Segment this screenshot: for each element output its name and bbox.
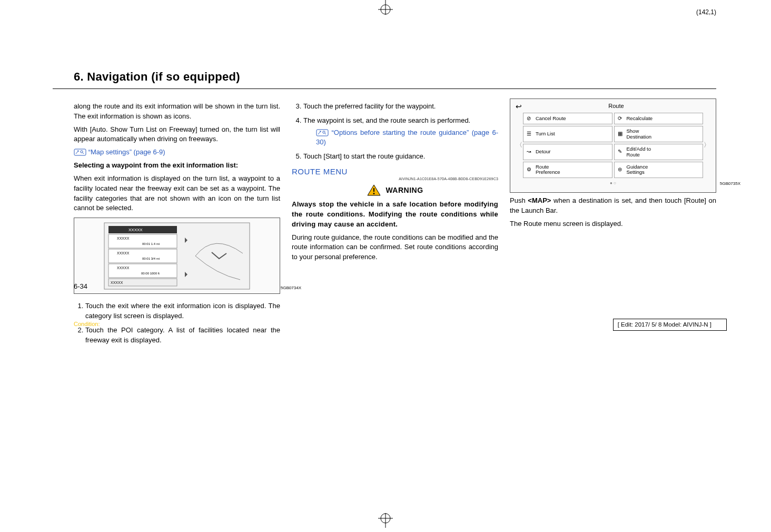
svg-text:XXXXX: XXXXX (117, 237, 130, 240)
menu-recalculate: ⟳Recalculate (614, 113, 704, 124)
svg-point-13 (81, 151, 83, 153)
destination-icon: ▦ (618, 131, 624, 136)
warning-body: Always stop the vehicle in a safe locati… (292, 200, 498, 230)
route-menu-heading: ROUTE MENU (292, 166, 498, 178)
svg-text:00:00   1000 ft: 00:00 1000 ft (141, 272, 160, 275)
col1-steps: Touch the exit where the exit informatio… (74, 301, 280, 345)
svg-text:XXXXX: XXXXX (117, 251, 130, 255)
column-1: along the route and its exit information… (74, 98, 280, 350)
col2-step-3: Touch the preferred facility for the way… (303, 102, 498, 112)
guidance-icon: ⊜ (618, 167, 624, 172)
menu-detour: ↝Detour (523, 144, 612, 160)
col1-step-1: Touch the exit where the exit informatio… (85, 301, 280, 321)
turn-list-illustration: XXXXX XXXXX 00:01 1.4 mi XXXXX 00:01 3/4… (103, 222, 251, 290)
edit-info-box: [ Edit: 2017/ 5/ 8 Model: AIVINJ-N ] (613, 319, 727, 331)
col2-step-4: The waypoint is set, and the route searc… (303, 116, 498, 148)
col1-subheading: Selecting a waypoint from the exit infor… (74, 161, 280, 171)
back-icon: ↩ (516, 101, 522, 112)
svg-text:XXXXX: XXXXX (128, 228, 143, 232)
column-2: Touch the preferred facility for the way… (292, 98, 498, 350)
col2-step-4-text: The waypoint is set, and the route searc… (303, 116, 470, 124)
svg-line-14 (83, 153, 84, 154)
heading-rule (53, 88, 716, 89)
svg-rect-12 (74, 149, 86, 155)
col2-step-5: Touch [Start] to start the route guidanc… (303, 152, 498, 162)
detour-icon: ↝ (527, 149, 533, 154)
col3-para-1: Push <MAP> when a destination is set, an… (510, 196, 716, 216)
reference-icon (74, 149, 86, 156)
map-settings-link[interactable]: “Map settings” (page 6-9) (74, 147, 280, 157)
chevron-left-icon: 〈 (516, 113, 523, 178)
page-indicator: (142,1) (696, 8, 716, 17)
col1-para-1: along the route and its exit information… (74, 102, 280, 122)
svg-rect-16 (108, 226, 177, 233)
menu-edit-route: ✎Edit/Add to Route (614, 144, 704, 160)
figure-1-label: 5GB0734X (281, 285, 301, 291)
svg-text:XXXXX: XXXXX (111, 281, 123, 284)
col3-para-2: The Route menu screen is displayed. (510, 219, 716, 229)
edit-icon: ✎ (618, 149, 624, 154)
options-link-text: “Options before starting the route guida… (316, 129, 498, 146)
svg-text:XXXXX: XXXXX (117, 266, 130, 270)
gear-icon: ⚙ (527, 167, 533, 172)
map-button-ref: <MAP> (528, 196, 551, 204)
refresh-icon: ⟳ (618, 116, 624, 121)
warning-icon (367, 184, 381, 196)
menu-turn-list: ☰Turn List (523, 126, 612, 142)
turn-list-icon: ☰ (527, 131, 533, 136)
options-link[interactable]: “Options before starting the route guida… (316, 128, 498, 148)
col1-para-2: With [Auto. Show Turn List on Freeway] t… (74, 125, 280, 145)
col3-p1-a: Push (510, 196, 528, 204)
svg-rect-29 (317, 130, 328, 136)
section-heading: 6. Navigation (if so equipped) (74, 68, 716, 85)
route-menu-title: Route (522, 102, 710, 111)
figure-turn-list: XXXXX XXXXX 00:01 1.4 mi XXXXX 00:01 3/4… (74, 218, 280, 294)
col2-para-after: During route guidance, the route conditi… (292, 233, 498, 263)
menu-cancel-route: ⊘Cancel Route (523, 113, 612, 124)
warning-header: WARNING (292, 184, 498, 196)
col2-steps: Touch the preferred facility for the way… (292, 102, 498, 162)
figure-2-label: 5GB0735X (720, 181, 740, 187)
menu-route-preference: ⚙Route Preference (523, 162, 612, 178)
route-menu-grid: ⊘Cancel Route ⟳Recalculate ☰Turn List ▦S… (523, 113, 703, 178)
svg-line-31 (325, 133, 326, 134)
col1-step-2: Touch the POI category. A list of facili… (85, 326, 280, 346)
reference-icon (316, 129, 329, 136)
figure-route-menu: ↩ Route 〈 ⊘Cancel Route ⟳Recalculate ☰Tu… (510, 98, 716, 193)
menu-show-destination: ▦Show Destination (614, 126, 704, 142)
crop-mark-left (0, 255, 2, 277)
condition-label: Condition: (74, 320, 100, 329)
svg-point-33 (373, 193, 375, 194)
crop-mark-bottom (375, 507, 396, 528)
footer-page-number: 6-34 (74, 282, 87, 292)
cancel-icon: ⊘ (527, 116, 533, 121)
pager-dots: ● ○ (516, 180, 710, 186)
menu-guidance-settings: ⊜Guidance Settings (614, 162, 704, 178)
warning-title: WARNING (386, 185, 423, 195)
svg-text:00:01   1.4 mi: 00:01 1.4 mi (142, 242, 160, 245)
col1-para-3: When exit information is displayed on th… (74, 174, 280, 213)
column-3: ↩ Route 〈 ⊘Cancel Route ⟳Recalculate ☰Tu… (510, 98, 716, 350)
chevron-right-icon: 〉 (703, 113, 710, 178)
map-settings-link-text: “Map settings” (page 6-9) (88, 148, 165, 156)
svg-text:00:01   3/4 mi: 00:01 3/4 mi (142, 257, 160, 260)
svg-point-30 (323, 131, 325, 133)
